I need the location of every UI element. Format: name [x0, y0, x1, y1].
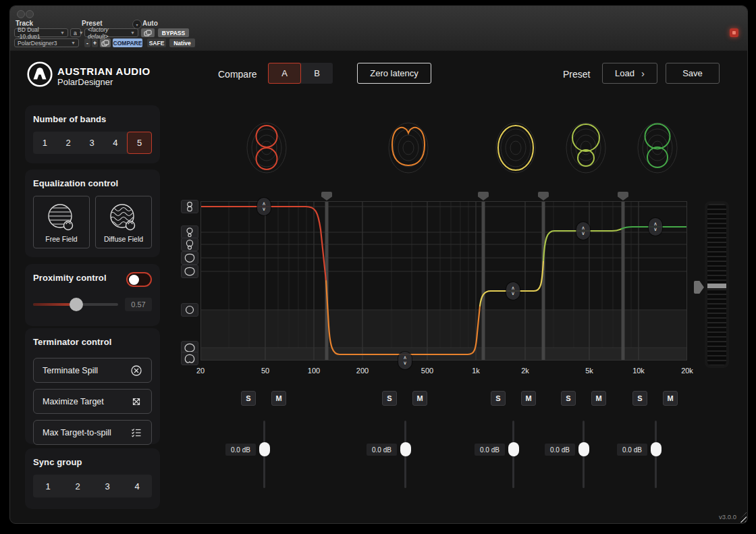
solo-button-band-3[interactable]: S [491, 391, 506, 406]
window-button[interactable] [17, 10, 25, 18]
track-channel-dropdown[interactable]: a▼ [70, 28, 81, 37]
sync-group-1[interactable]: 1 [33, 475, 63, 498]
gain-knob-band-3[interactable] [508, 442, 519, 456]
record-enable-indicator[interactable] [730, 28, 738, 37]
free-field-button[interactable]: Free Field [33, 196, 90, 248]
auto-stack-button[interactable] [141, 28, 155, 37]
crossover-handle-1[interactable] [321, 192, 332, 201]
mute-button-band-4[interactable]: M [591, 391, 606, 406]
native-button[interactable]: Native [169, 38, 195, 47]
mute-button-band-1[interactable]: M [271, 391, 286, 406]
directivity-graph[interactable]: ∧∨∧∨∧∨∧∨∧∨20501002005001k2k5k10k20k [200, 201, 687, 361]
mute-button-band-3[interactable]: M [521, 391, 536, 406]
gain-knob-band-4[interactable] [578, 442, 589, 456]
preset-dropdown[interactable]: <factory default>▼ [84, 28, 138, 37]
cancel-circle-icon [130, 365, 142, 377]
plugin-instance: PolarDesigner3 [18, 40, 57, 47]
inverse-cardioid-icon[interactable] [181, 352, 198, 365]
solo-button-band-1[interactable]: S [241, 391, 256, 406]
freq-tick-label: 2k [514, 367, 537, 375]
solo-button-band-5[interactable]: S [632, 391, 647, 406]
band-3-pattern-handle[interactable]: ∧∨ [506, 282, 520, 300]
diffuse-field-button[interactable]: Diffuse Field [95, 196, 152, 248]
zero-latency-button[interactable]: Zero latency [357, 63, 431, 84]
cardioid-icon[interactable] [181, 251, 198, 265]
safe-button[interactable]: SAFE [147, 38, 166, 47]
band-count-5[interactable]: 5 [127, 132, 152, 154]
gain-knob-band-5[interactable] [651, 442, 662, 456]
max-target-to-spill-label: Max Target-to-spill [43, 428, 111, 437]
polar-pattern-band-5 [632, 119, 683, 176]
polar-pattern-band-4 [560, 119, 612, 176]
slider-knob[interactable] [70, 298, 83, 311]
load-label: Load [615, 68, 634, 78]
chevron-down-icon: ∨ [581, 231, 585, 236]
mute-button-band-5[interactable]: M [663, 391, 678, 406]
compare-button[interactable]: COMPARE [113, 38, 142, 47]
variant-a-button[interactable]: A [268, 63, 301, 84]
meter-column [707, 204, 726, 365]
omni-icon[interactable] [181, 303, 198, 317]
meter-level-segment [707, 284, 726, 288]
crossover-handle-2[interactable] [478, 192, 489, 201]
preset-menu-icon[interactable]: ▾ [132, 20, 142, 29]
preset-prev-button[interactable]: - [84, 38, 90, 47]
band-2-pattern-handle[interactable]: ∧∨ [398, 352, 412, 369]
auto-label: Auto [142, 20, 158, 27]
proximity-value: 0.57 [125, 298, 152, 311]
proximity-slider[interactable] [33, 303, 118, 306]
band-4-pattern-handle[interactable]: ∧∨ [576, 222, 590, 240]
maximize-target-button[interactable]: Maximize Target [33, 389, 152, 414]
sync-group-3[interactable]: 3 [92, 475, 122, 498]
band-count-selector: 1 2 3 4 5 [33, 132, 152, 154]
freq-tick-label: 20k [676, 367, 699, 375]
gain-knob-band-2[interactable] [400, 442, 411, 456]
copy-preset-button[interactable] [100, 38, 111, 47]
chevron-right-icon: › [641, 68, 645, 79]
resize-grip[interactable] [737, 512, 747, 523]
variant-b-button[interactable]: B [301, 63, 333, 84]
band-count-3[interactable]: 3 [80, 132, 104, 154]
preset-next-button[interactable]: + [92, 38, 98, 47]
window-button[interactable] [26, 10, 34, 18]
bypass-button[interactable]: BYPASS [158, 28, 189, 37]
sync-group-4[interactable]: 4 [122, 475, 152, 498]
terminate-spill-button[interactable]: Terminate Spill [33, 358, 152, 383]
save-preset-button[interactable]: Save [666, 63, 720, 84]
diffuse-field-label: Diffuse Field [104, 235, 143, 243]
supercardioid-icon[interactable] [181, 238, 198, 251]
polar-pattern-band-3 [490, 119, 541, 176]
mute-button-band-2[interactable]: M [412, 391, 427, 406]
freq-tick-label: 1k [464, 367, 487, 375]
sync-group-2[interactable]: 2 [63, 475, 92, 498]
figure-8-icon[interactable] [181, 200, 198, 213]
meter-gain-handle[interactable] [694, 281, 704, 294]
band-count-4[interactable]: 4 [103, 132, 127, 154]
band-count-2[interactable]: 2 [57, 132, 80, 154]
proximity-toggle[interactable] [126, 272, 152, 287]
chevron-down-icon: ▼ [130, 30, 135, 35]
expand-arrows-icon [130, 396, 142, 408]
terminator-title: Terminator control [33, 337, 152, 347]
preset-section-label: Preset [563, 69, 590, 80]
load-preset-button[interactable]: Load› [602, 63, 657, 84]
gain-knob-band-1[interactable] [259, 442, 270, 456]
track-name-dropdown[interactable]: BD Dual -10.dup1▼ [14, 28, 68, 37]
crossover-handle-3[interactable] [538, 192, 549, 201]
solo-button-band-2[interactable]: S [382, 391, 397, 406]
equalization-control-group: Equalization control Free Field [25, 169, 160, 257]
crossover-handle-4[interactable] [618, 192, 628, 201]
chevron-down-icon: ∨ [262, 207, 266, 212]
ab-switch: A B [268, 63, 333, 84]
solo-button-band-4[interactable]: S [561, 391, 576, 406]
band-count-1[interactable]: 1 [33, 132, 57, 154]
broad-cardioid-icon[interactable] [181, 265, 198, 278]
layers-icon [144, 30, 152, 36]
freq-tick-label: 500 [416, 367, 439, 375]
band-1-pattern-handle[interactable]: ∧∨ [257, 198, 271, 215]
plugin-instance-dropdown[interactable]: PolarDesigner3▼ [14, 38, 79, 47]
hypercardioid-icon[interactable] [181, 225, 198, 239]
toggle-knob [129, 275, 139, 285]
max-target-to-spill-button[interactable]: Max Target-to-spill [33, 420, 152, 445]
band-5-pattern-handle[interactable]: ∧∨ [649, 218, 662, 236]
